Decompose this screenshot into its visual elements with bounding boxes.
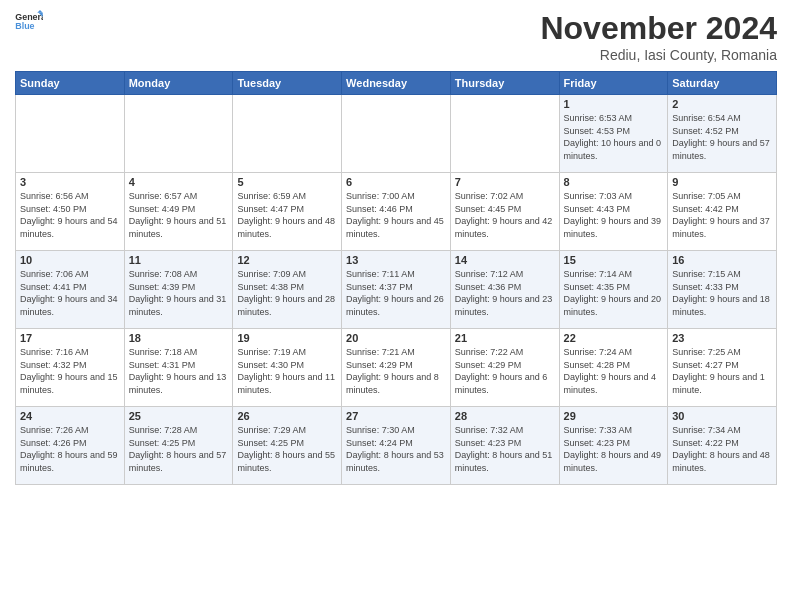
day-info: Sunrise: 7:09 AM Sunset: 4:38 PM Dayligh… — [237, 268, 337, 318]
logo: General Blue — [15, 10, 43, 32]
day-number: 9 — [672, 176, 772, 188]
day-number: 24 — [20, 410, 120, 422]
calendar-cell: 1Sunrise: 6:53 AM Sunset: 4:53 PM Daylig… — [559, 95, 668, 173]
day-number: 22 — [564, 332, 664, 344]
week-row-4: 17Sunrise: 7:16 AM Sunset: 4:32 PM Dayli… — [16, 329, 777, 407]
calendar-cell: 6Sunrise: 7:00 AM Sunset: 4:46 PM Daylig… — [342, 173, 451, 251]
calendar-table: Sunday Monday Tuesday Wednesday Thursday… — [15, 71, 777, 485]
calendar-cell: 25Sunrise: 7:28 AM Sunset: 4:25 PM Dayli… — [124, 407, 233, 485]
day-number: 26 — [237, 410, 337, 422]
day-info: Sunrise: 7:24 AM Sunset: 4:28 PM Dayligh… — [564, 346, 664, 396]
calendar-cell: 15Sunrise: 7:14 AM Sunset: 4:35 PM Dayli… — [559, 251, 668, 329]
col-monday: Monday — [124, 72, 233, 95]
calendar-cell: 16Sunrise: 7:15 AM Sunset: 4:33 PM Dayli… — [668, 251, 777, 329]
day-number: 5 — [237, 176, 337, 188]
day-info: Sunrise: 7:02 AM Sunset: 4:45 PM Dayligh… — [455, 190, 555, 240]
calendar-cell — [233, 95, 342, 173]
day-number: 20 — [346, 332, 446, 344]
calendar-cell: 14Sunrise: 7:12 AM Sunset: 4:36 PM Dayli… — [450, 251, 559, 329]
main-title: November 2024 — [540, 10, 777, 47]
svg-text:Blue: Blue — [15, 21, 34, 31]
day-number: 18 — [129, 332, 229, 344]
calendar-cell: 13Sunrise: 7:11 AM Sunset: 4:37 PM Dayli… — [342, 251, 451, 329]
calendar-cell: 21Sunrise: 7:22 AM Sunset: 4:29 PM Dayli… — [450, 329, 559, 407]
day-info: Sunrise: 7:06 AM Sunset: 4:41 PM Dayligh… — [20, 268, 120, 318]
day-info: Sunrise: 7:22 AM Sunset: 4:29 PM Dayligh… — [455, 346, 555, 396]
day-info: Sunrise: 7:11 AM Sunset: 4:37 PM Dayligh… — [346, 268, 446, 318]
day-number: 30 — [672, 410, 772, 422]
day-info: Sunrise: 7:25 AM Sunset: 4:27 PM Dayligh… — [672, 346, 772, 396]
week-row-2: 3Sunrise: 6:56 AM Sunset: 4:50 PM Daylig… — [16, 173, 777, 251]
day-number: 2 — [672, 98, 772, 110]
calendar-cell: 20Sunrise: 7:21 AM Sunset: 4:29 PM Dayli… — [342, 329, 451, 407]
day-info: Sunrise: 7:12 AM Sunset: 4:36 PM Dayligh… — [455, 268, 555, 318]
day-info: Sunrise: 7:15 AM Sunset: 4:33 PM Dayligh… — [672, 268, 772, 318]
day-info: Sunrise: 7:30 AM Sunset: 4:24 PM Dayligh… — [346, 424, 446, 474]
day-number: 23 — [672, 332, 772, 344]
calendar-cell: 3Sunrise: 6:56 AM Sunset: 4:50 PM Daylig… — [16, 173, 125, 251]
calendar-cell: 11Sunrise: 7:08 AM Sunset: 4:39 PM Dayli… — [124, 251, 233, 329]
day-number: 27 — [346, 410, 446, 422]
calendar-cell: 23Sunrise: 7:25 AM Sunset: 4:27 PM Dayli… — [668, 329, 777, 407]
calendar-cell: 27Sunrise: 7:30 AM Sunset: 4:24 PM Dayli… — [342, 407, 451, 485]
calendar-cell: 10Sunrise: 7:06 AM Sunset: 4:41 PM Dayli… — [16, 251, 125, 329]
day-number: 21 — [455, 332, 555, 344]
day-info: Sunrise: 7:14 AM Sunset: 4:35 PM Dayligh… — [564, 268, 664, 318]
day-info: Sunrise: 7:28 AM Sunset: 4:25 PM Dayligh… — [129, 424, 229, 474]
col-saturday: Saturday — [668, 72, 777, 95]
day-number: 3 — [20, 176, 120, 188]
day-info: Sunrise: 7:33 AM Sunset: 4:23 PM Dayligh… — [564, 424, 664, 474]
calendar-cell: 22Sunrise: 7:24 AM Sunset: 4:28 PM Dayli… — [559, 329, 668, 407]
day-info: Sunrise: 6:54 AM Sunset: 4:52 PM Dayligh… — [672, 112, 772, 162]
day-info: Sunrise: 7:19 AM Sunset: 4:30 PM Dayligh… — [237, 346, 337, 396]
calendar-cell: 29Sunrise: 7:33 AM Sunset: 4:23 PM Dayli… — [559, 407, 668, 485]
calendar-cell — [16, 95, 125, 173]
day-info: Sunrise: 7:34 AM Sunset: 4:22 PM Dayligh… — [672, 424, 772, 474]
col-tuesday: Tuesday — [233, 72, 342, 95]
day-info: Sunrise: 7:03 AM Sunset: 4:43 PM Dayligh… — [564, 190, 664, 240]
calendar-cell: 2Sunrise: 6:54 AM Sunset: 4:52 PM Daylig… — [668, 95, 777, 173]
calendar-cell: 17Sunrise: 7:16 AM Sunset: 4:32 PM Dayli… — [16, 329, 125, 407]
day-info: Sunrise: 7:32 AM Sunset: 4:23 PM Dayligh… — [455, 424, 555, 474]
day-number: 1 — [564, 98, 664, 110]
day-info: Sunrise: 6:59 AM Sunset: 4:47 PM Dayligh… — [237, 190, 337, 240]
day-number: 16 — [672, 254, 772, 266]
week-row-1: 1Sunrise: 6:53 AM Sunset: 4:53 PM Daylig… — [16, 95, 777, 173]
day-info: Sunrise: 7:16 AM Sunset: 4:32 PM Dayligh… — [20, 346, 120, 396]
calendar-cell: 19Sunrise: 7:19 AM Sunset: 4:30 PM Dayli… — [233, 329, 342, 407]
day-number: 17 — [20, 332, 120, 344]
header-row: Sunday Monday Tuesday Wednesday Thursday… — [16, 72, 777, 95]
calendar-cell: 9Sunrise: 7:05 AM Sunset: 4:42 PM Daylig… — [668, 173, 777, 251]
day-info: Sunrise: 6:53 AM Sunset: 4:53 PM Dayligh… — [564, 112, 664, 162]
main-container: General Blue November 2024 Rediu, Iasi C… — [0, 0, 792, 493]
calendar-cell: 8Sunrise: 7:03 AM Sunset: 4:43 PM Daylig… — [559, 173, 668, 251]
calendar-cell: 26Sunrise: 7:29 AM Sunset: 4:25 PM Dayli… — [233, 407, 342, 485]
calendar-cell: 30Sunrise: 7:34 AM Sunset: 4:22 PM Dayli… — [668, 407, 777, 485]
day-info: Sunrise: 7:29 AM Sunset: 4:25 PM Dayligh… — [237, 424, 337, 474]
calendar-cell — [342, 95, 451, 173]
logo-icon: General Blue — [15, 10, 43, 32]
day-info: Sunrise: 6:57 AM Sunset: 4:49 PM Dayligh… — [129, 190, 229, 240]
day-info: Sunrise: 6:56 AM Sunset: 4:50 PM Dayligh… — [20, 190, 120, 240]
day-number: 10 — [20, 254, 120, 266]
day-info: Sunrise: 7:00 AM Sunset: 4:46 PM Dayligh… — [346, 190, 446, 240]
day-info: Sunrise: 7:21 AM Sunset: 4:29 PM Dayligh… — [346, 346, 446, 396]
calendar-cell — [124, 95, 233, 173]
calendar-cell: 4Sunrise: 6:57 AM Sunset: 4:49 PM Daylig… — [124, 173, 233, 251]
calendar-cell: 18Sunrise: 7:18 AM Sunset: 4:31 PM Dayli… — [124, 329, 233, 407]
day-number: 29 — [564, 410, 664, 422]
day-info: Sunrise: 7:18 AM Sunset: 4:31 PM Dayligh… — [129, 346, 229, 396]
calendar-cell: 24Sunrise: 7:26 AM Sunset: 4:26 PM Dayli… — [16, 407, 125, 485]
day-number: 12 — [237, 254, 337, 266]
day-info: Sunrise: 7:08 AM Sunset: 4:39 PM Dayligh… — [129, 268, 229, 318]
calendar-cell — [450, 95, 559, 173]
day-number: 15 — [564, 254, 664, 266]
week-row-5: 24Sunrise: 7:26 AM Sunset: 4:26 PM Dayli… — [16, 407, 777, 485]
calendar-cell: 7Sunrise: 7:02 AM Sunset: 4:45 PM Daylig… — [450, 173, 559, 251]
subtitle: Rediu, Iasi County, Romania — [540, 47, 777, 63]
day-number: 4 — [129, 176, 229, 188]
day-number: 14 — [455, 254, 555, 266]
col-sunday: Sunday — [16, 72, 125, 95]
calendar-cell: 12Sunrise: 7:09 AM Sunset: 4:38 PM Dayli… — [233, 251, 342, 329]
day-number: 25 — [129, 410, 229, 422]
